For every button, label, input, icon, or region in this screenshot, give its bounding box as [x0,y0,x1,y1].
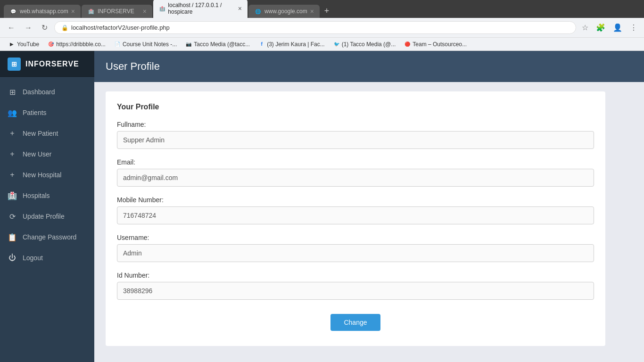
bookmark-instagram-label: Tacco Media (@tacc... [194,41,250,48]
fullname-group: Fullname: [117,121,594,149]
mobile-label: Mobile Number: [117,196,594,204]
new-patient-icon: + [8,129,17,138]
bookmarks-bar: ▶ YouTube 🎯 https://dribbble.co... 📄 Cou… [0,38,644,51]
back-button[interactable]: ← [5,22,18,34]
bookmark-outsource[interactable]: 🔴 Team – Outsourceo... [400,40,471,49]
username-input[interactable] [117,244,594,262]
update-profile-icon: ⟳ [8,212,17,221]
bookmark-twitter-label: (1) Tacco Media (@... [342,41,396,48]
tab-google-close[interactable]: × [310,8,314,15]
bookmark-twitter[interactable]: 🐦 (1) Tacco Media (@... [330,40,400,49]
sidebar-item-patients[interactable]: 👥 Patients [0,102,94,123]
sidebar-label-new-patient: New Patient [23,130,58,137]
id-number-group: Id Number: [117,272,594,300]
sidebar-label-dashboard: Dashboard [23,88,55,96]
inforserve-favicon: 🏥 [87,8,95,15]
profile-card: Your Profile Fullname: Email: Mobile Num… [106,91,605,346]
brand-name: INFORSERVE [25,60,79,68]
menu-button[interactable]: ⋮ [628,21,639,34]
bookmark-facebook-label: (3) Jerim Kaura | Fac... [267,41,324,48]
tab-inforserve-close[interactable]: × [143,8,147,15]
new-tab-button[interactable]: + [321,4,333,18]
sidebar-item-hospitals[interactable]: 🏥 Hospitals [0,185,94,206]
hospitals-icon: 🏥 [8,191,17,200]
sidebar-navigation: ⊞ Dashboard 👥 Patients + New Patient + N… [0,78,94,362]
dashboard-icon: ⊞ [8,87,17,97]
sidebar-item-new-hospital[interactable]: + New Hospital [0,165,94,185]
sidebar-item-dashboard[interactable]: ⊞ Dashboard [0,82,94,102]
tab-whatsapp-close[interactable]: × [71,8,75,15]
brand-icon: ⊞ [8,58,21,71]
form-actions: Change [117,309,594,331]
bookmark-facebook[interactable]: f (3) Jerim Kaura | Fac... [255,40,328,49]
bookmark-star-button[interactable]: ☆ [580,21,590,34]
new-hospital-icon: + [8,170,17,180]
address-bar[interactable]: 🔒 localhost/refactorV2/user-profile.php [54,21,576,34]
bookmark-youtube[interactable]: ▶ YouTube [5,40,43,49]
logout-icon: ⏻ [8,253,17,263]
sidebar-label-hospitals: Hospitals [23,192,50,199]
browser-toolbar: ← → ↻ 🔒 localhost/refactorV2/user-profil… [0,18,644,38]
bookmark-dribbble[interactable]: 🎯 https://dribbble.co... [44,40,109,49]
sidebar-label-new-user: New User [23,150,51,158]
content-area: Your Profile Fullname: Email: Mobile Num… [94,82,644,355]
page-header: User Profile [94,51,644,82]
bookmark-course-label: Course Unit Notes -... [123,41,177,48]
fullname-input[interactable] [117,131,594,149]
tab-inforserve[interactable]: 🏥 INFORSERVE × [82,5,152,18]
fullname-label: Fullname: [117,121,594,128]
course-favicon: 📄 [114,41,121,48]
sidebar-item-logout[interactable]: ⏻ Logout [0,247,94,268]
instagram-favicon: 📷 [185,41,192,48]
twitter-favicon: 🐦 [333,41,340,48]
youtube-favicon: ▶ [8,41,15,48]
new-user-icon: + [8,149,17,159]
tab-google-label: www.google.com [264,8,307,15]
extensions-button[interactable]: 🧩 [594,21,607,34]
patients-icon: 👥 [8,108,17,117]
sidebar-label-update-profile: Update Profile [23,213,65,220]
facebook-favicon: f [258,41,265,48]
id-number-input[interactable] [117,282,594,300]
email-group: Email: [117,158,594,187]
sidebar-label-patients: Patients [23,109,47,116]
sidebar-label-change-password: Change Password [23,233,76,241]
email-label: Email: [117,158,594,166]
app-container: ⊞ INFORSERVE ⊞ Dashboard 👥 Patients + Ne… [0,51,644,362]
sidebar-item-change-password[interactable]: 📋 Change Password [0,227,94,247]
username-label: Username: [117,234,594,241]
username-group: Username: [117,234,594,262]
address-text: localhost/refactorV2/user-profile.php [71,24,170,31]
tab-hospicare-close[interactable]: × [238,5,242,12]
google-favicon: 🌐 [254,8,262,15]
tab-whatsapp[interactable]: 💬 web.whatsapp.com × [4,5,81,18]
tab-hospicare-label: localhost / 127.0.0.1 / hospicare [168,2,235,15]
email-input[interactable] [117,169,594,187]
whatsapp-favicon: 💬 [9,8,17,15]
mobile-group: Mobile Number: [117,196,594,224]
bookmark-outsource-label: Team – Outsourceo... [413,41,467,48]
change-button[interactable]: Change [330,314,380,331]
profile-button[interactable]: 👤 [611,21,624,34]
bookmark-youtube-label: YouTube [17,41,39,48]
sidebar: ⊞ INFORSERVE ⊞ Dashboard 👥 Patients + Ne… [0,51,94,362]
sidebar-label-new-hospital: New Hospital [23,171,61,179]
bookmark-instagram[interactable]: 📷 Tacco Media (@tacc... [182,40,254,49]
outsource-favicon: 🔴 [404,41,411,48]
sidebar-label-logout: Logout [23,254,43,262]
bookmark-course[interactable]: 📄 Course Unit Notes -... [110,40,181,49]
tab-hospicare[interactable]: 🏥 localhost / 127.0.0.1 / hospicare × [153,0,248,18]
section-title: Your Profile [117,103,594,111]
tab-whatsapp-label: web.whatsapp.com [20,8,68,15]
sidebar-item-new-patient[interactable]: + New Patient [0,123,94,144]
page-title: User Profile [106,60,633,73]
tab-inforserve-label: INFORSERVE [98,8,134,15]
tab-google[interactable]: 🌐 www.google.com × [248,5,320,18]
lock-icon: 🔒 [61,25,68,31]
mobile-input[interactable] [117,206,594,224]
forward-button[interactable]: → [22,22,35,34]
sidebar-item-new-user[interactable]: + New User [0,144,94,165]
sidebar-item-update-profile[interactable]: ⟳ Update Profile [0,206,94,227]
browser-tabs-bar: 💬 web.whatsapp.com × 🏥 INFORSERVE × 🏥 lo… [0,0,644,18]
reload-button[interactable]: ↻ [39,21,50,34]
